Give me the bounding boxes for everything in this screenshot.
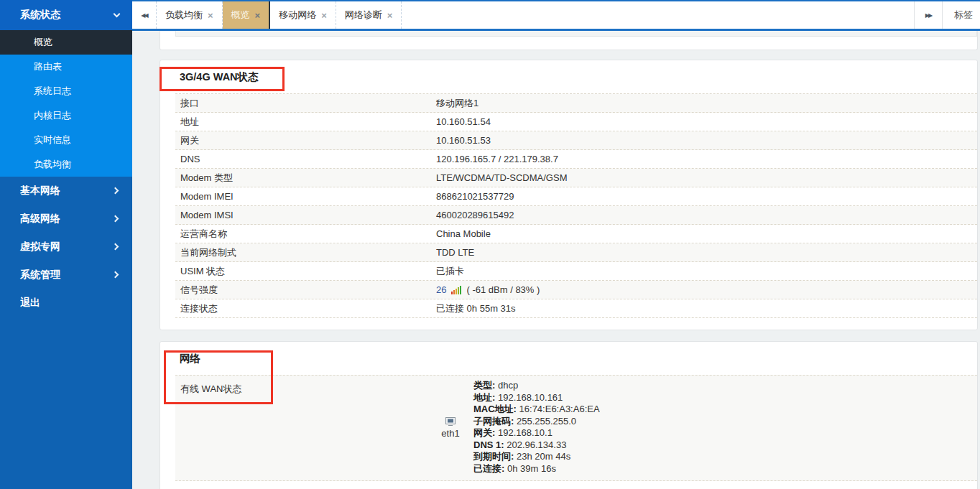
table-row: 地址10.160.51.54	[175, 113, 977, 131]
menu-item-label: 基本网络	[20, 185, 60, 197]
sidebar-menu: 基本网络 高级网络 虚拟专网 系统管理 退出	[0, 177, 132, 317]
interface-column: eth1	[436, 416, 465, 439]
sidebar-item-overview[interactable]: 概览	[0, 30, 132, 55]
sidebar-item-system-log[interactable]: 系统日志	[0, 79, 132, 103]
table-row: 连接状态已连接 0h 55m 31s	[175, 299, 977, 318]
tabbar-spacer	[402, 1, 914, 29]
main-content: 3G/4G WAN状态 接口移动网络1 地址10.160.51.54 网关10.…	[132, 31, 980, 489]
partial-card-stub	[175, 31, 977, 37]
close-icon[interactable]: ×	[387, 10, 393, 21]
table-row: Modem IMSI460020289615492	[175, 206, 977, 225]
card-partial-top	[160, 31, 978, 50]
signal-strength-detail: ( -61 dBm / 83% )	[466, 284, 540, 295]
menu-item-label: 系统管理	[20, 269, 60, 281]
menu-item-label: 退出	[20, 297, 40, 309]
table-row: 网关10.160.51.53	[175, 131, 977, 150]
signal-bars-icon	[451, 286, 461, 294]
table-row: 运营商名称China Mobile	[175, 225, 977, 243]
double-arrow-left-icon: ◀◀	[141, 12, 147, 19]
table-row: 接口移动网络1	[175, 94, 977, 113]
sidebar-item-basic-network[interactable]: 基本网络	[0, 177, 132, 205]
sidebar-item-vpn[interactable]: 虚拟专网	[0, 233, 132, 261]
tab-label: 网络诊断	[345, 9, 382, 22]
card-title-network: 网络	[160, 342, 977, 375]
double-arrow-right-icon: ▶▶	[925, 12, 931, 19]
sidebar-item-logout[interactable]: 退出	[0, 289, 132, 317]
wired-wan-status-label: 有线 WAN状态	[175, 380, 436, 475]
sidebar-item-system-management[interactable]: 系统管理	[0, 261, 132, 289]
chevron-right-icon	[112, 243, 119, 251]
tab-overflow[interactable]: 标签	[943, 1, 980, 29]
sidebar-item-kernel-log[interactable]: 内核日志	[0, 103, 132, 128]
tab-network-diagnostics[interactable]: 网络诊断 ×	[336, 1, 402, 29]
table-row-signal-strength: 信号强度 26 ( -61 dBm / 83% )	[175, 281, 977, 299]
sidebar-section-system-status[interactable]: 系统状态	[0, 0, 132, 30]
card-network: 网络 有线 WAN状态 eth1 类型: dhcp 地址: 192.168.10…	[160, 341, 978, 489]
table-row: 当前网络制式TDD LTE	[175, 243, 977, 262]
ethernet-interface-icon	[445, 416, 456, 427]
sidebar-item-realtime-info[interactable]: 实时信息	[0, 128, 132, 152]
tab-bar: ◀◀ 负载均衡 × 概览 × 移动网络 × 网络诊断 × ▶▶ 标签	[132, 0, 980, 31]
chevron-right-icon	[112, 187, 119, 195]
table-row: Modem 类型LTE/WCDMA/TD-SCDMA/GSM	[175, 169, 977, 187]
interface-name: eth1	[441, 428, 459, 439]
tab-load-balancing[interactable]: 负载均衡 ×	[157, 1, 223, 29]
close-icon[interactable]: ×	[255, 10, 261, 21]
tabs-scroll-left-button[interactable]: ◀◀	[132, 1, 157, 29]
menu-item-label: 虚拟专网	[20, 241, 60, 253]
sidebar-submenu: 概览 路由表 系统日志 内核日志 实时信息 负载均衡	[0, 30, 132, 177]
table-row: USIM 状态已插卡	[175, 262, 977, 281]
menu-item-label: 高级网络	[20, 213, 60, 225]
wan-status-table: 接口移动网络1 地址10.160.51.54 网关10.160.51.53 DN…	[175, 93, 977, 318]
tab-overview[interactable]: 概览 ×	[223, 1, 271, 29]
table-row: DNS120.196.165.7 / 221.179.38.7	[175, 150, 977, 169]
close-icon[interactable]: ×	[208, 10, 213, 21]
tabs-scroll-right-button[interactable]: ▶▶	[914, 1, 943, 29]
sidebar-item-load-balancing[interactable]: 负载均衡	[0, 152, 132, 177]
chevron-right-icon	[112, 215, 119, 223]
sidebar-section-label: 系统状态	[20, 9, 60, 22]
sidebar: 系统状态 概览 路由表 系统日志 内核日志 实时信息 负载均衡 基本网络 高级网…	[0, 0, 132, 489]
interface-details: 类型: dhcp 地址: 192.168.10.161 MAC地址: 16:74…	[473, 380, 600, 475]
sidebar-item-routes[interactable]: 路由表	[0, 55, 132, 79]
tab-label: 负载均衡	[165, 9, 203, 22]
wired-wan-status-row: 有线 WAN状态 eth1 类型: dhcp 地址: 192.168.10.16…	[175, 375, 977, 481]
tab-label: 概览	[231, 9, 250, 22]
signal-strength-value: 26	[436, 284, 446, 295]
chevron-right-icon	[112, 271, 119, 279]
close-icon[interactable]: ×	[321, 10, 327, 21]
card-3g4g-wan-status: 3G/4G WAN状态 接口移动网络1 地址10.160.51.54 网关10.…	[160, 60, 978, 330]
table-row: Modem IMEI868621021537729	[175, 187, 977, 206]
tab-mobile-network[interactable]: 移动网络 ×	[270, 1, 336, 29]
sidebar-item-advanced-network[interactable]: 高级网络	[0, 205, 132, 233]
tab-label: 移动网络	[279, 9, 316, 22]
chevron-down-icon	[114, 10, 121, 17]
card-title-3g4g: 3G/4G WAN状态	[160, 60, 977, 93]
